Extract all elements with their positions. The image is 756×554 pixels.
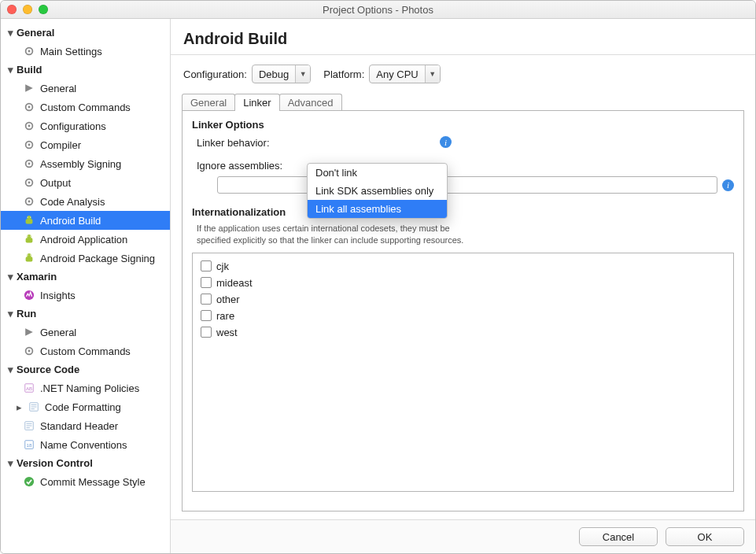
tab-advanced[interactable]: Advanced [279, 94, 342, 111]
gear-icon [23, 101, 35, 113]
sidebar-item-label: Android Build [40, 215, 101, 227]
zoom-icon[interactable] [39, 5, 48, 14]
info-icon[interactable]: i [722, 179, 734, 191]
sidebar-group-version-control[interactable]: ▾ Version Control [1, 454, 170, 472]
sidebar-item-assembly-signing[interactable]: Assembly Signing [1, 154, 170, 173]
checkbox-icon[interactable] [201, 327, 212, 338]
sidebar-group-run[interactable]: ▾ Run [1, 305, 170, 323]
close-icon[interactable] [7, 5, 17, 14]
document-18-icon: 18 [23, 438, 35, 451]
checkbox-icon[interactable] [201, 277, 212, 288]
svg-rect-19 [26, 238, 33, 242]
insights-icon [23, 289, 35, 301]
intl-option-west[interactable]: west [197, 324, 728, 341]
sidebar-item-label: Android Application [40, 234, 127, 246]
sidebar-item-label: General [40, 83, 76, 94]
intl-option-rare[interactable]: rare [197, 308, 728, 324]
sidebar-item-android-build[interactable]: Android Build [1, 211, 170, 230]
sidebar-item-label: Compiler [40, 139, 81, 151]
platform-select[interactable]: Any CPU ▼ [369, 65, 440, 83]
sidebar-item-custom-commands[interactable]: Custom Commands [1, 98, 170, 116]
ignore-assemblies-label: Ignore assemblies: [197, 158, 287, 172]
svg-marker-2 [25, 84, 33, 92]
tab-linker[interactable]: Linker [234, 94, 279, 111]
sidebar-item-label: Code Analysis [40, 196, 105, 208]
sidebar-item-configurations[interactable]: Configurations [1, 116, 170, 135]
window-body: ▾ General Main Settings ▾ Build General [1, 19, 755, 553]
dropdown-option-link-all[interactable]: Link all assemblies [308, 200, 447, 218]
sidebar-item-label: Output [40, 177, 71, 189]
sidebar-item-android-application[interactable]: Android Application [1, 230, 170, 249]
sidebar-item-code-formatting[interactable]: ▸ Code Formatting [1, 397, 170, 416]
sidebar-item-main-settings[interactable]: Main Settings [1, 42, 170, 61]
sidebar-item-standard-header[interactable]: Standard Header [1, 416, 170, 435]
svg-point-14 [28, 201, 31, 203]
main-panel: Android Build Configuration: Debug ▼ Pla… [171, 19, 755, 553]
info-icon[interactable]: i [440, 136, 452, 148]
dialog-footer: Cancel OK [171, 519, 755, 553]
checkbox-icon[interactable] [201, 260, 212, 271]
sidebar-group-label: Source Code [17, 364, 79, 375]
checkbox-icon[interactable] [201, 294, 212, 305]
svg-rect-15 [26, 219, 33, 223]
sidebar-item-name-conventions[interactable]: 18 Name Conventions [1, 435, 170, 454]
ok-button[interactable]: OK [666, 527, 744, 546]
sidebar-group-build[interactable]: ▾ Build [1, 61, 170, 79]
gear-icon [23, 345, 35, 357]
svg-point-8 [28, 144, 31, 146]
sidebar-item-output[interactable]: Output [1, 173, 170, 192]
intl-option-label: mideast [216, 277, 253, 289]
sidebar-item-run-custom-commands[interactable]: Custom Commands [1, 342, 170, 360]
gear-icon [23, 157, 35, 170]
svg-point-30 [28, 350, 31, 353]
sidebar: ▾ General Main Settings ▾ Build General [1, 19, 171, 553]
sidebar-item-run-general[interactable]: General [1, 323, 170, 342]
sidebar-item-code-analysis[interactable]: Code Analysis [1, 192, 170, 211]
document-ab-icon: AB [23, 382, 35, 394]
linker-behavior-dropdown[interactable]: Don't link Link SDK assemblies only Link… [307, 163, 448, 219]
sidebar-group-label: Build [17, 64, 42, 76]
gear-icon [23, 45, 35, 57]
minimize-icon[interactable] [23, 5, 32, 14]
svg-text:AB: AB [26, 386, 32, 391]
android-icon [23, 214, 35, 227]
intl-option-cjk[interactable]: cjk [197, 258, 728, 275]
sidebar-item-label: Standard Header [40, 420, 118, 432]
cancel-button[interactable]: Cancel [579, 527, 658, 546]
sidebar-item-commit-msg-style[interactable]: Commit Message Style [1, 472, 170, 491]
configuration-value: Debug [253, 68, 295, 80]
intl-option-mideast[interactable]: mideast [197, 275, 728, 291]
intl-option-other[interactable]: other [197, 291, 728, 308]
chevron-down-icon: ▾ [6, 364, 15, 375]
sidebar-item-android-package-signing[interactable]: Android Package Signing [1, 249, 170, 268]
intl-option-label: rare [216, 310, 234, 322]
divider [171, 54, 755, 55]
tab-general[interactable]: General [182, 94, 235, 111]
svg-point-12 [28, 182, 31, 184]
play-icon [23, 82, 35, 94]
check-circle-icon [23, 475, 35, 488]
sidebar-item-compiler[interactable]: Compiler [1, 135, 170, 154]
intl-option-label: cjk [216, 260, 229, 272]
svg-text:18: 18 [27, 442, 32, 448]
sidebar-item-build-general[interactable]: General [1, 79, 170, 98]
configuration-select[interactable]: Debug ▼ [252, 65, 311, 83]
sidebar-item-insights[interactable]: Insights [1, 286, 170, 305]
checkbox-icon[interactable] [201, 310, 212, 321]
ignore-assemblies-input[interactable] [217, 176, 717, 194]
dropdown-option-dont-link[interactable]: Don't link [308, 164, 447, 182]
dropdown-option-link-sdk[interactable]: Link SDK assemblies only [308, 182, 447, 200]
android-icon [23, 233, 35, 246]
internationalization-note: If the application uses certain internat… [197, 223, 734, 246]
svg-point-17 [28, 216, 28, 217]
sidebar-item-naming-policies[interactable]: AB .NET Naming Policies [1, 379, 170, 397]
config-row: Configuration: Debug ▼ Platform: Any CPU… [171, 63, 755, 93]
sidebar-item-label: Configurations [40, 120, 106, 132]
android-icon [23, 252, 35, 264]
sidebar-group-xamarin[interactable]: ▾ Xamarin [1, 268, 170, 286]
sidebar-group-source-code[interactable]: ▾ Source Code [1, 360, 170, 379]
configuration-label: Configuration: [183, 68, 247, 80]
sidebar-group-general[interactable]: ▾ General [1, 24, 170, 42]
titlebar: Project Options - Photos [1, 1, 755, 19]
svg-point-10 [28, 163, 31, 165]
